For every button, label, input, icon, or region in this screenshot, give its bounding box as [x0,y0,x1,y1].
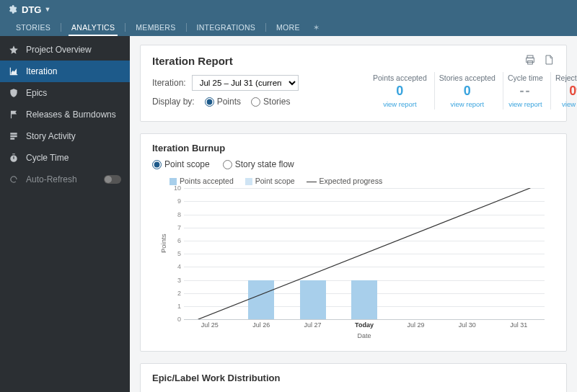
main-tabs: STORIES ANALYTICS MEMBERS INTEGRATIONS M… [0,19,577,36]
tab-members[interactable]: MEMBERS [127,23,184,36]
shield-icon [9,88,19,98]
stat-rejection-rate: Rejection rate 0% view report [550,72,577,110]
sidebar-item-label: Auto-Refresh [26,174,77,184]
work-title: Epic/Label Work Distribution [152,373,555,383]
legend-line-expected [307,182,317,182]
sidebar-item-story-activity[interactable]: Story Activity [0,125,130,147]
stat-points-accepted: Points accepted 0 view report [369,72,431,110]
chart-legend: Points accepted Point scope Expected pro… [152,177,555,185]
page-title: Iteration Report [152,55,233,67]
tab-integrations[interactable]: INTEGRATIONS [188,23,265,36]
tab-more[interactable]: MORE [268,23,309,36]
sidebar-item-label: Epics [26,88,47,98]
svg-line-3 [198,188,530,319]
star-icon [9,45,19,55]
burnup-card: Iteration Burnup Point scope Story state… [140,133,567,352]
svg-rect-0 [527,55,533,58]
sidebar-item-label: Cycle Time [26,153,69,163]
work-distribution-card: Epic/Label Work Distribution Epics Label… [140,363,567,392]
display-points-radio[interactable]: Points [205,97,241,107]
sidebar-item-cycle-time[interactable]: Cycle Time [0,147,130,169]
burnup-icon [9,66,19,76]
main-content: Iteration Report Iteration: Jul 25 – Jul… [130,36,577,392]
project-dropdown-icon[interactable]: ▼ [44,6,50,13]
export-icon[interactable] [543,54,555,68]
sidebar: Project Overview Iteration Epics Release… [0,36,130,392]
stopwatch-icon [9,153,19,163]
view-report-link[interactable]: view report [555,100,577,108]
iteration-report-card: Iteration Report Iteration: Jul 25 – Jul… [140,45,567,122]
print-icon[interactable] [524,54,536,68]
x-axis-label: Date [357,332,371,339]
display-stories-radio[interactable]: Stories [251,97,290,107]
burnup-chart: Points 012345678910 DateJul 25Jul 26Jul … [169,188,550,332]
y-axis-label: Points [159,234,167,253]
view-report-link[interactable]: view report [508,100,543,108]
display-by-label: Display by: [152,97,195,107]
tab-stories[interactable]: STORIES [7,23,59,36]
activity-icon [9,131,19,141]
sidebar-item-label: Releases & Burndowns [26,110,116,120]
pin-icon[interactable]: ✶ [313,23,320,32]
sidebar-item-epics[interactable]: Epics [0,82,130,104]
mode-story-state-flow[interactable]: Story state flow [223,159,294,169]
refresh-icon [9,174,19,184]
stat-stories-accepted: Stories accepted 0 view report [434,72,500,110]
sidebar-item-label: Project Overview [26,45,92,55]
sidebar-item-auto-refresh[interactable]: Auto-Refresh [0,169,130,190]
legend-swatch-scope [245,178,252,185]
iteration-label: Iteration: [152,78,186,88]
sidebar-item-overview[interactable]: Project Overview [0,39,130,61]
app-header: DTG ▼ [0,0,577,19]
tab-analytics[interactable]: ANALYTICS [63,23,123,36]
iteration-select[interactable]: Jul 25 – Jul 31 (current) [192,75,299,91]
sidebar-item-iteration[interactable]: Iteration [0,61,130,82]
project-name[interactable]: DTG [22,4,41,15]
project-gear-icon[interactable] [7,4,17,14]
stats-row: Points accepted 0 view report Stories ac… [369,72,555,110]
view-report-link[interactable]: view report [439,100,495,108]
auto-refresh-toggle[interactable] [104,175,121,184]
stat-cycle-time: Cycle time -- view report [503,72,547,110]
sidebar-item-label: Story Activity [26,131,76,141]
burnup-title: Iteration Burnup [152,143,555,153]
view-report-link[interactable]: view report [373,100,427,108]
flag-icon [9,110,19,120]
mode-point-scope[interactable]: Point scope [152,159,210,169]
sidebar-item-label: Iteration [26,66,57,76]
sidebar-item-releases[interactable]: Releases & Burndowns [0,104,130,125]
